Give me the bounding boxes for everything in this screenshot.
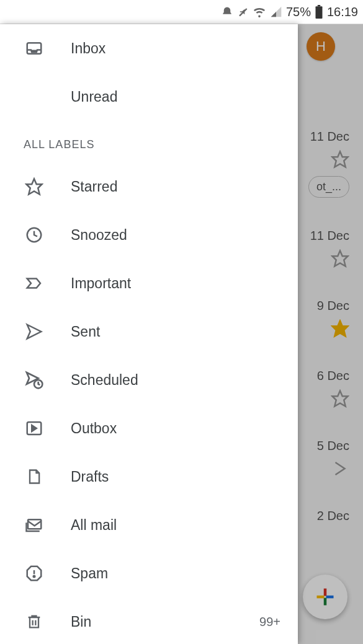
sidebar-item-label: Unread	[71, 89, 280, 105]
allmail-icon	[24, 514, 45, 536]
sidebar-item-unread[interactable]: Unread	[0, 73, 298, 121]
sidebar-item-scheduled[interactable]: Scheduled	[0, 356, 298, 404]
sidebar-item-label: Sent	[71, 324, 280, 340]
sidebar-item-label: Snoozed	[71, 227, 280, 244]
inbox-icon	[24, 38, 45, 59]
alarm-icon	[222, 6, 233, 17]
sidebar-item-bin[interactable]: Bin 99+	[0, 598, 298, 644]
sidebar-item-label: Drafts	[71, 469, 280, 485]
sidebar-item-label: Spam	[71, 565, 280, 582]
trash-icon	[24, 611, 45, 632]
section-header: ALL LABELS	[0, 121, 298, 162]
battery-percent: 75%	[286, 5, 311, 19]
sidebar-item-important[interactable]: Important	[0, 259, 298, 307]
sidebar-item-label: Bin	[71, 614, 259, 630]
sidebar-item-label: Starred	[71, 179, 280, 195]
clock-icon	[24, 224, 45, 245]
file-icon	[24, 466, 45, 487]
svg-rect-0	[315, 6, 322, 19]
sidebar-item-label: Important	[71, 275, 280, 292]
sidebar-item-inbox[interactable]: Inbox	[0, 24, 298, 73]
svg-marker-11	[27, 179, 42, 195]
star-icon	[24, 176, 45, 197]
sidebar-item-snoozed[interactable]: Snoozed	[0, 211, 298, 259]
wifi-icon	[253, 5, 266, 19]
signal-icon	[270, 6, 282, 18]
svg-rect-15	[28, 519, 41, 529]
sent-icon	[24, 321, 45, 342]
svg-point-18	[34, 576, 35, 578]
clock: 16:19	[327, 5, 358, 19]
outbox-icon	[24, 418, 45, 439]
spam-icon	[24, 563, 45, 584]
mute-icon	[236, 6, 249, 18]
sidebar-item-label: Outbox	[71, 420, 280, 437]
item-count: 99+	[259, 615, 280, 629]
navigation-drawer: Inbox Unread ALL LABELS Starred Snoozed …	[0, 24, 298, 644]
sidebar-item-label: Scheduled	[71, 372, 280, 389]
svg-rect-1	[318, 5, 320, 6]
sidebar-item-drafts[interactable]: Drafts	[0, 452, 298, 501]
scheduled-icon	[24, 369, 45, 390]
sidebar-item-allmail[interactable]: All mail	[0, 501, 298, 549]
sidebar-item-sent[interactable]: Sent	[0, 307, 298, 356]
important-icon	[24, 273, 45, 294]
sidebar-item-label: Inbox	[71, 40, 280, 57]
sidebar-item-spam[interactable]: Spam	[0, 549, 298, 598]
sidebar-item-starred[interactable]: Starred	[0, 162, 298, 211]
sidebar-item-label: All mail	[71, 517, 280, 534]
status-bar: 75% 16:19	[0, 0, 363, 24]
battery-icon	[315, 5, 323, 19]
sidebar-item-outbox[interactable]: Outbox	[0, 404, 298, 452]
